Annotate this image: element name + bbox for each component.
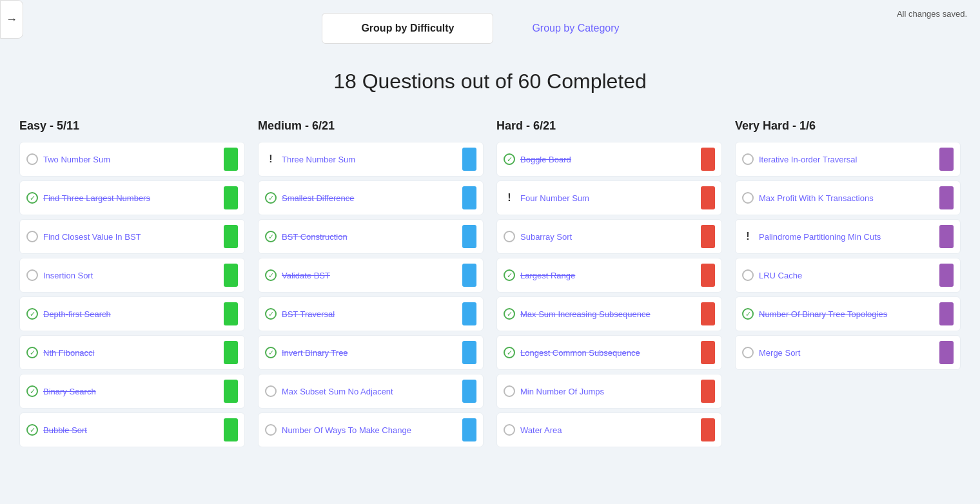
check-icon: ✓ bbox=[504, 269, 515, 281]
question-label: Invert Binary Tree bbox=[282, 348, 457, 358]
uncheck-icon bbox=[742, 269, 754, 281]
question-label: Merge Sort bbox=[759, 348, 934, 358]
question-label: Boggle Board bbox=[520, 155, 696, 164]
difficulty-bar bbox=[701, 380, 715, 403]
check-icon: ✓ bbox=[26, 192, 38, 204]
question-label: BST Construction bbox=[282, 232, 457, 242]
uncheck-icon bbox=[26, 231, 38, 242]
column-easy: Easy - 5/11Two Number Sum✓Find Three Lar… bbox=[13, 119, 251, 451]
question-label: LRU Cache bbox=[759, 271, 934, 280]
check-icon: ✓ bbox=[26, 308, 38, 320]
question-label: Number Of Binary Tree Topologies bbox=[759, 309, 934, 319]
question-row[interactable]: LRU Cache bbox=[735, 258, 961, 293]
difficulty-bar bbox=[462, 264, 476, 287]
view-tabs: Group by Difficulty Group by Category bbox=[322, 13, 658, 44]
question-label: Bubble Sort bbox=[43, 425, 219, 435]
question-row[interactable]: ✓Validate BST bbox=[258, 258, 484, 293]
question-row[interactable]: Max Subset Sum No Adjacent bbox=[258, 374, 484, 409]
uncheck-icon bbox=[265, 424, 277, 436]
difficulty-bar bbox=[462, 148, 476, 171]
question-label: Validate BST bbox=[282, 271, 457, 280]
uncheck-icon bbox=[504, 424, 515, 436]
question-row[interactable]: ✓Longest Common Subsequence bbox=[496, 335, 722, 370]
uncheck-icon bbox=[504, 231, 515, 242]
difficulty-bar bbox=[701, 264, 715, 287]
question-row[interactable]: ✓Smallest Difference bbox=[258, 180, 484, 215]
question-row[interactable]: Subarray Sort bbox=[496, 219, 722, 254]
uncheck-icon bbox=[742, 347, 754, 358]
question-row[interactable]: ✓Binary Search bbox=[19, 374, 245, 409]
difficulty-bar bbox=[701, 186, 715, 209]
difficulty-bar bbox=[224, 418, 238, 441]
question-row[interactable]: Water Area bbox=[496, 412, 722, 447]
column-header-veryhard: Very Hard - 1/6 bbox=[735, 119, 961, 133]
question-row[interactable]: ✓Max Sum Increasing Subsequence bbox=[496, 296, 722, 331]
question-row[interactable]: ✓BST Construction bbox=[258, 219, 484, 254]
tab-group-by-difficulty[interactable]: Group by Difficulty bbox=[322, 13, 493, 44]
check-icon: ✓ bbox=[504, 347, 515, 358]
question-label: Palindrome Partitioning Min Cuts bbox=[759, 232, 934, 242]
check-icon: ✓ bbox=[742, 308, 754, 320]
question-row[interactable]: ✓Largest Range bbox=[496, 258, 722, 293]
question-row[interactable]: ✓Number Of Binary Tree Topologies bbox=[735, 296, 961, 331]
difficulty-bar bbox=[701, 148, 715, 171]
difficulty-bar bbox=[939, 148, 954, 171]
question-label: Three Number Sum bbox=[282, 155, 457, 164]
difficulty-bar bbox=[224, 148, 238, 171]
question-row[interactable]: Number Of Ways To Make Change bbox=[258, 412, 484, 447]
check-icon: ✓ bbox=[504, 308, 515, 320]
question-label: Max Subset Sum No Adjacent bbox=[282, 387, 457, 396]
column-hard: Hard - 6/21✓Boggle Board!Four Number Sum… bbox=[490, 119, 729, 451]
question-row[interactable]: Min Number Of Jumps bbox=[496, 374, 722, 409]
column-veryhard: Very Hard - 1/6Iterative In-order Traver… bbox=[729, 119, 967, 451]
tab-group-by-category[interactable]: Group by Category bbox=[493, 13, 658, 44]
column-header-medium: Medium - 6/21 bbox=[258, 119, 484, 133]
question-row[interactable]: ✓Invert Binary Tree bbox=[258, 335, 484, 370]
uncheck-icon bbox=[26, 269, 38, 281]
question-row[interactable]: ✓Boggle Board bbox=[496, 142, 722, 177]
question-label: Insertion Sort bbox=[43, 271, 219, 280]
difficulty-bar bbox=[701, 302, 715, 325]
difficulty-bar bbox=[462, 225, 476, 248]
completion-title: 18 Questions out of 60 Completed bbox=[0, 70, 980, 93]
difficulty-bar bbox=[224, 302, 238, 325]
question-label: Max Profit With K Transactions bbox=[759, 193, 934, 203]
exclaim-icon: ! bbox=[742, 231, 754, 242]
check-icon: ✓ bbox=[265, 308, 277, 320]
question-row[interactable]: Insertion Sort bbox=[19, 258, 245, 293]
question-row[interactable]: ✓BST Traversal bbox=[258, 296, 484, 331]
difficulty-bar bbox=[701, 225, 715, 248]
question-row[interactable]: ✓Depth-first Search bbox=[19, 296, 245, 331]
difficulty-bar bbox=[462, 380, 476, 403]
difficulty-bar bbox=[939, 341, 954, 364]
question-row[interactable]: Find Closest Value In BST bbox=[19, 219, 245, 254]
question-label: Find Closest Value In BST bbox=[43, 232, 219, 242]
question-row[interactable]: Two Number Sum bbox=[19, 142, 245, 177]
question-row[interactable]: !Four Number Sum bbox=[496, 180, 722, 215]
question-row[interactable]: !Palindrome Partitioning Min Cuts bbox=[735, 219, 961, 254]
question-row[interactable]: ✓Bubble Sort bbox=[19, 412, 245, 447]
question-row[interactable]: ✓Find Three Largest Numbers bbox=[19, 180, 245, 215]
question-label: Largest Range bbox=[520, 271, 696, 280]
save-status: All changes saved. bbox=[897, 9, 967, 19]
question-label: Smallest Difference bbox=[282, 193, 457, 203]
question-row[interactable]: Iterative In-order Traversal bbox=[735, 142, 961, 177]
difficulty-bar bbox=[224, 380, 238, 403]
difficulty-bar bbox=[939, 225, 954, 248]
uncheck-icon bbox=[26, 153, 38, 165]
question-row[interactable]: !Three Number Sum bbox=[258, 142, 484, 177]
difficulty-columns: Easy - 5/11Two Number Sum✓Find Three Lar… bbox=[0, 119, 980, 451]
uncheck-icon bbox=[742, 153, 754, 165]
difficulty-bar bbox=[224, 264, 238, 287]
question-row[interactable]: Merge Sort bbox=[735, 335, 961, 370]
question-label: Min Number Of Jumps bbox=[520, 387, 696, 396]
question-row[interactable]: Max Profit With K Transactions bbox=[735, 180, 961, 215]
question-label: BST Traversal bbox=[282, 309, 457, 319]
question-row[interactable]: ✓Nth Fibonacci bbox=[19, 335, 245, 370]
question-label: Subarray Sort bbox=[520, 232, 696, 242]
question-label: Four Number Sum bbox=[520, 193, 696, 203]
question-label: Number Of Ways To Make Change bbox=[282, 425, 457, 435]
difficulty-bar bbox=[462, 418, 476, 441]
check-icon: ✓ bbox=[265, 231, 277, 242]
difficulty-bar bbox=[939, 302, 954, 325]
